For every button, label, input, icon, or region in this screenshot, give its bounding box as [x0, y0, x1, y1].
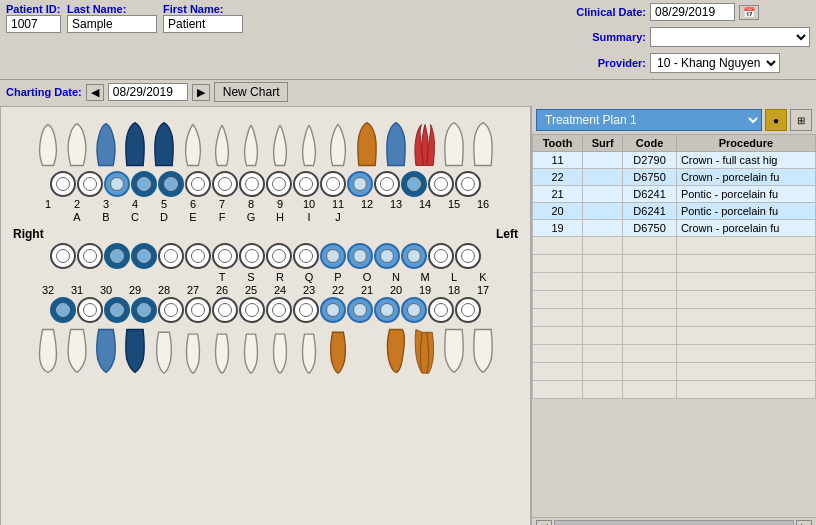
table-row[interactable]: 20D6241Pontic - porcelain fu [533, 203, 816, 220]
scroll-left[interactable]: ◀ [536, 520, 552, 525]
circle-14[interactable] [401, 171, 427, 197]
table-row[interactable]: 21D6241Pontic - porcelain fu [533, 186, 816, 203]
tooth-image-10[interactable] [295, 120, 323, 170]
lower-tooth-31[interactable] [63, 325, 91, 375]
circle-27b[interactable] [185, 297, 211, 323]
circle-24b[interactable] [266, 297, 292, 323]
tooth-image-8[interactable] [237, 120, 265, 170]
treatment-plan-select[interactable]: Treatment Plan 1 [536, 109, 762, 131]
circle-32[interactable] [50, 243, 76, 269]
circle-1[interactable] [50, 171, 76, 197]
circle-19b[interactable] [401, 297, 427, 323]
lower-tooth-21[interactable] [353, 325, 381, 375]
circle-6[interactable] [185, 171, 211, 197]
tooth-image-7[interactable] [208, 120, 236, 170]
lower-tooth-30[interactable] [92, 325, 120, 375]
tooth-image-6[interactable] [179, 120, 207, 170]
lower-tooth-18[interactable] [440, 325, 468, 375]
circle-25b[interactable] [239, 297, 265, 323]
tooth-image-1[interactable] [34, 120, 62, 170]
next-date-button[interactable]: ▶ [192, 84, 210, 101]
lower-tooth-24[interactable] [266, 325, 294, 375]
circle-29[interactable] [131, 243, 157, 269]
circle-26b[interactable] [212, 297, 238, 323]
lower-tooth-22[interactable] [324, 325, 352, 375]
lower-tooth-29[interactable] [121, 325, 149, 375]
circle-5[interactable] [158, 171, 184, 197]
charting-date-input[interactable] [108, 83, 188, 101]
tooth-image-14[interactable] [411, 120, 439, 170]
clinical-date-input[interactable] [650, 3, 735, 21]
lower-tooth-25[interactable] [237, 325, 265, 375]
circle-20[interactable] [374, 243, 400, 269]
circle-28b[interactable] [158, 297, 184, 323]
scroll-track[interactable] [554, 520, 794, 525]
circle-7[interactable] [212, 171, 238, 197]
circle-20b[interactable] [374, 297, 400, 323]
circle-25[interactable] [239, 243, 265, 269]
tooth-image-13[interactable] [382, 120, 410, 170]
circle-17[interactable] [455, 243, 481, 269]
circle-4[interactable] [131, 171, 157, 197]
circle-29b[interactable] [131, 297, 157, 323]
lower-tooth-20[interactable] [382, 325, 410, 375]
circle-9[interactable] [266, 171, 292, 197]
table-row[interactable]: 11D2790Crown - full cast hig [533, 152, 816, 169]
provider-select[interactable]: 10 - Khang Nguyen [650, 53, 780, 73]
new-chart-button[interactable]: New Chart [214, 82, 289, 102]
circle-3[interactable] [104, 171, 130, 197]
circle-8[interactable] [239, 171, 265, 197]
circle-23b[interactable] [293, 297, 319, 323]
circle-21b[interactable] [347, 297, 373, 323]
tooth-image-3[interactable] [92, 120, 120, 170]
circle-23[interactable] [293, 243, 319, 269]
tooth-image-5[interactable] [150, 120, 178, 170]
summary-select[interactable] [650, 27, 810, 47]
first-name-input[interactable] [163, 15, 243, 33]
circle-30[interactable] [104, 243, 130, 269]
table-row[interactable]: 19D6750Crown - porcelain fu [533, 220, 816, 237]
circle-11[interactable] [320, 171, 346, 197]
circle-21[interactable] [347, 243, 373, 269]
tooth-image-16[interactable] [469, 120, 497, 170]
tooth-image-2[interactable] [63, 120, 91, 170]
lower-tooth-32[interactable] [34, 325, 62, 375]
circle-12[interactable] [347, 171, 373, 197]
circle-30b[interactable] [104, 297, 130, 323]
tooth-image-4[interactable] [121, 120, 149, 170]
circle-19[interactable] [401, 243, 427, 269]
patient-id-input[interactable] [6, 15, 61, 33]
circle-2[interactable] [77, 171, 103, 197]
circle-27[interactable] [185, 243, 211, 269]
tp-icon-gold[interactable]: ● [765, 109, 787, 131]
circle-31[interactable] [77, 243, 103, 269]
circle-24[interactable] [266, 243, 292, 269]
tp-icon-table[interactable]: ⊞ [790, 109, 812, 131]
circle-18[interactable] [428, 243, 454, 269]
circle-16[interactable] [455, 171, 481, 197]
scroll-right[interactable]: ▶ [796, 520, 812, 525]
last-name-input[interactable] [67, 15, 157, 33]
circle-22[interactable] [320, 243, 346, 269]
lower-tooth-26[interactable] [208, 325, 236, 375]
circle-22b[interactable] [320, 297, 346, 323]
lower-tooth-27[interactable] [179, 325, 207, 375]
circle-31b[interactable] [77, 297, 103, 323]
circle-26[interactable] [212, 243, 238, 269]
circle-13[interactable] [374, 171, 400, 197]
lower-tooth-19[interactable] [411, 325, 439, 375]
tooth-image-9[interactable] [266, 120, 294, 170]
circle-10[interactable] [293, 171, 319, 197]
table-row[interactable]: 22D6750Crown - porcelain fu [533, 169, 816, 186]
circle-28[interactable] [158, 243, 184, 269]
circle-15[interactable] [428, 171, 454, 197]
lower-tooth-17[interactable] [469, 325, 497, 375]
circle-17b[interactable] [455, 297, 481, 323]
lower-tooth-23[interactable] [295, 325, 323, 375]
prev-date-button[interactable]: ◀ [86, 84, 104, 101]
tooth-image-11[interactable] [324, 120, 352, 170]
tooth-image-12[interactable] [353, 120, 381, 170]
circle-32b[interactable] [50, 297, 76, 323]
tooth-image-15[interactable] [440, 120, 468, 170]
calendar-icon[interactable]: 📅 [739, 5, 759, 20]
